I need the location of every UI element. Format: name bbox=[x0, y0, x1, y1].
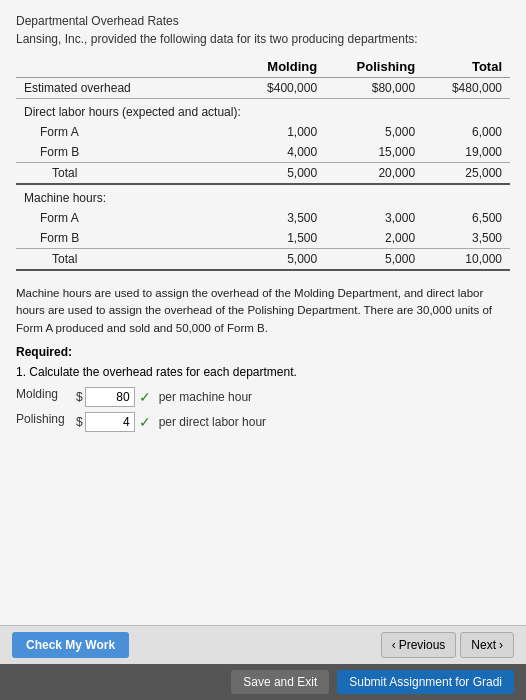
total-mh-total: 10,000 bbox=[423, 249, 510, 271]
polishing-check-icon: ✓ bbox=[139, 414, 151, 430]
polishing-dollar-sign: $ bbox=[76, 415, 83, 429]
form-b-dl-polishing: 15,000 bbox=[325, 142, 423, 163]
next-label: Next bbox=[471, 638, 496, 652]
submit-button[interactable]: Submit Assignment for Gradi bbox=[337, 670, 514, 694]
bottom-bar: Save and Exit Submit Assignment for Grad… bbox=[0, 664, 526, 700]
nav-buttons: ‹ Previous Next › bbox=[381, 632, 514, 658]
form-a-dl-total: 6,000 bbox=[423, 122, 510, 142]
form-a-dl-polishing: 5,000 bbox=[325, 122, 423, 142]
form-a-mh-total: 6,500 bbox=[423, 208, 510, 228]
form-a-mh-molding: 3,500 bbox=[238, 208, 325, 228]
required-label: Required: bbox=[16, 345, 510, 359]
molding-row-label: Molding bbox=[16, 387, 76, 401]
intro-text: Lansing, Inc., provided the following da… bbox=[16, 32, 510, 46]
molding-value-input[interactable] bbox=[85, 387, 135, 407]
total-dl-total: 25,000 bbox=[423, 163, 510, 185]
estimated-overhead-label: Estimated overhead bbox=[16, 78, 238, 99]
total-mh-polishing: 5,000 bbox=[325, 249, 423, 271]
next-button[interactable]: Next › bbox=[460, 632, 514, 658]
molding-per-text: per machine hour bbox=[159, 390, 252, 404]
form-a-dl-label: Form A bbox=[16, 122, 238, 142]
polishing-row-label: Polishing bbox=[16, 412, 76, 426]
molding-input-row: Molding $ ✓ per machine hour bbox=[16, 387, 510, 407]
chevron-left-icon: ‹ bbox=[392, 638, 396, 652]
page-title: Departmental Overhead Rates bbox=[16, 14, 510, 28]
polishing-per-text: per direct labor hour bbox=[159, 415, 266, 429]
form-b-mh-label: Form B bbox=[16, 228, 238, 249]
form-b-mh-polishing: 2,000 bbox=[325, 228, 423, 249]
footer-bar: Check My Work ‹ Previous Next › bbox=[0, 625, 526, 664]
form-b-dl-label: Form B bbox=[16, 142, 238, 163]
polishing-input-row: Polishing $ ✓ per direct labor hour bbox=[16, 412, 510, 432]
polishing-value-input[interactable] bbox=[85, 412, 135, 432]
form-b-mh-molding: 1,500 bbox=[238, 228, 325, 249]
form-b-mh-total: 3,500 bbox=[423, 228, 510, 249]
form-a-dl-molding: 1,000 bbox=[238, 122, 325, 142]
previous-button[interactable]: ‹ Previous bbox=[381, 632, 457, 658]
estimated-overhead-total: $480,000 bbox=[423, 78, 510, 99]
total-mh-molding: 5,000 bbox=[238, 249, 325, 271]
estimated-overhead-molding: $400,000 bbox=[238, 78, 325, 99]
data-table: Molding Polishing Total Estimated overhe… bbox=[16, 56, 510, 271]
col-total: Total bbox=[423, 56, 510, 78]
total-dl-label: Total bbox=[16, 163, 238, 185]
machine-hours-header: Machine hours: bbox=[16, 184, 510, 208]
description-text: Machine hours are used to assign the ove… bbox=[16, 285, 510, 337]
instruction-text: 1. Calculate the overhead rates for each… bbox=[16, 365, 510, 379]
col-molding: Molding bbox=[238, 56, 325, 78]
form-b-dl-total: 19,000 bbox=[423, 142, 510, 163]
previous-label: Previous bbox=[399, 638, 446, 652]
col-polishing: Polishing bbox=[325, 56, 423, 78]
total-dl-polishing: 20,000 bbox=[325, 163, 423, 185]
total-dl-molding: 5,000 bbox=[238, 163, 325, 185]
total-mh-label: Total bbox=[16, 249, 238, 271]
molding-check-icon: ✓ bbox=[139, 389, 151, 405]
form-b-dl-molding: 4,000 bbox=[238, 142, 325, 163]
chevron-right-icon: › bbox=[499, 638, 503, 652]
estimated-overhead-polishing: $80,000 bbox=[325, 78, 423, 99]
form-a-mh-polishing: 3,000 bbox=[325, 208, 423, 228]
direct-labor-header: Direct labor hours (expected and actual)… bbox=[16, 99, 510, 123]
check-my-work-button[interactable]: Check My Work bbox=[12, 632, 129, 658]
molding-dollar-sign: $ bbox=[76, 390, 83, 404]
form-a-mh-label: Form A bbox=[16, 208, 238, 228]
save-exit-button[interactable]: Save and Exit bbox=[231, 670, 329, 694]
